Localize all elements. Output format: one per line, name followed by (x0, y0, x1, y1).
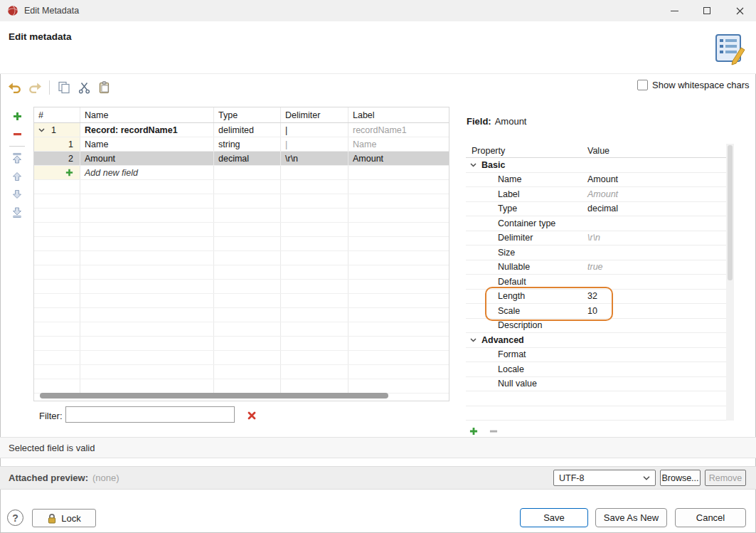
remove-button[interactable]: Remove (705, 470, 746, 486)
property-row-name[interactable]: Name Amount (466, 173, 726, 188)
redo-button[interactable] (26, 78, 44, 97)
horizontal-scrollbar[interactable] (40, 393, 388, 399)
filter-label: Filter: (39, 411, 63, 421)
property-row-container-type[interactable]: Container type (466, 216, 726, 231)
column-header-num: # (34, 107, 80, 122)
property-name: Name (466, 174, 582, 184)
show-whitespace-checkbox[interactable]: Show whitespace chars (637, 80, 750, 90)
field-delimiter-cell[interactable]: \r\n (281, 152, 348, 165)
property-row-description[interactable]: Description (466, 319, 726, 334)
field-type-cell[interactable]: decimal (214, 152, 281, 165)
chevron-down-icon (470, 338, 477, 342)
add-property-button[interactable] (467, 426, 480, 437)
property-row-scale[interactable]: Scale 10 (466, 304, 726, 319)
property-row-format[interactable]: Format (466, 348, 726, 363)
add-field-label[interactable]: Add new field (80, 166, 214, 179)
empty-row (34, 223, 449, 237)
record-delimiter-cell[interactable]: | (281, 123, 348, 137)
property-row-null-value[interactable]: Null value (466, 377, 726, 392)
move-top-button[interactable] (9, 151, 26, 167)
record-name-cell[interactable]: Record: recordName1 (80, 123, 214, 137)
field-delimiter-cell[interactable]: | (281, 137, 348, 151)
field-name-cell[interactable]: Amount (80, 152, 214, 165)
property-name: Container type (466, 218, 582, 228)
row-number[interactable]: 1 (34, 137, 80, 151)
property-row-locale[interactable]: Locale (466, 362, 726, 377)
metadata-edit-icon (713, 33, 746, 68)
browse-button[interactable]: Browse... (660, 470, 701, 486)
help-button[interactable]: ? (7, 510, 23, 526)
field-name-cell[interactable]: Name (80, 137, 214, 151)
add-field-cell[interactable] (34, 166, 80, 179)
empty-cell (348, 223, 449, 236)
paste-button[interactable] (95, 78, 113, 97)
close-button[interactable] (723, 0, 756, 21)
minimize-button[interactable] (658, 0, 691, 21)
lock-button[interactable]: Lock (32, 509, 96, 527)
property-value[interactable]: 32 (582, 291, 726, 301)
copy-button[interactable] (55, 78, 73, 97)
maximize-button[interactable] (691, 0, 723, 21)
field-type-cell[interactable]: string (214, 137, 281, 151)
record-type-cell[interactable]: delimited (214, 123, 281, 137)
empty-cell (348, 308, 449, 322)
move-down-button[interactable] (9, 186, 26, 202)
empty-cell (34, 237, 80, 250)
property-row-nullable[interactable]: Nullable true (466, 260, 726, 275)
move-up-button[interactable] (9, 169, 26, 184)
scrollbar-thumb[interactable] (728, 145, 733, 280)
record-num-cell[interactable]: 1 (34, 123, 80, 137)
save-button[interactable]: Save (520, 508, 588, 527)
field-label-cell[interactable]: Name (348, 137, 449, 151)
property-name: Scale (466, 306, 582, 316)
move-bottom-button[interactable] (9, 204, 26, 220)
empty-cell (348, 237, 449, 250)
cancel-button[interactable]: Cancel (675, 508, 746, 527)
save-as-new-button[interactable]: Save As New (595, 508, 667, 527)
field-row[interactable]: 1 Name string | Name (34, 137, 449, 152)
empty-cell (348, 294, 449, 307)
add-new-field-row[interactable]: Add new field (34, 166, 449, 180)
property-value[interactable]: decimal (582, 204, 726, 213)
chevron-down-icon (643, 476, 650, 480)
grid-filler (34, 180, 449, 394)
property-value[interactable]: Amount (582, 189, 726, 199)
property-row-label[interactable]: Label Amount (466, 187, 726, 202)
record-row[interactable]: 1 Record: recordName1 delimited | record… (34, 123, 449, 137)
property-row-length[interactable]: Length 32 (466, 290, 726, 305)
chevron-down-icon[interactable] (38, 128, 45, 132)
redo-icon (28, 82, 42, 94)
move-down-icon (11, 189, 23, 200)
property-row-delimiter[interactable]: Delimiter \r\n (466, 231, 726, 246)
group-advanced[interactable]: Advanced (466, 333, 726, 348)
clear-filter-button[interactable] (246, 410, 257, 421)
property-value[interactable]: \r\n (582, 233, 726, 243)
property-value[interactable]: Amount (582, 174, 726, 184)
remove-property-button[interactable] (487, 426, 500, 437)
cut-button[interactable] (75, 78, 93, 97)
empty-cell (281, 308, 348, 322)
group-label: Basic (481, 160, 505, 170)
column-header-label: Label (348, 107, 449, 122)
empty-cell (281, 322, 348, 336)
filter-input[interactable] (65, 406, 235, 423)
remove-field-button[interactable] (9, 126, 26, 142)
property-value[interactable]: 10 (582, 306, 726, 316)
property-row-type[interactable]: Type decimal (466, 202, 726, 217)
copy-icon (58, 81, 70, 94)
group-basic[interactable]: Basic (466, 158, 726, 173)
record-label-cell[interactable]: recordName1 (348, 123, 449, 137)
field-label-cell[interactable]: Amount (348, 152, 449, 165)
empty-cell (281, 194, 348, 208)
field-row-selected[interactable]: 2 Amount decimal \r\n Amount (34, 152, 449, 166)
encoding-select[interactable]: UTF-8 (553, 470, 656, 486)
property-row-size[interactable]: Size (466, 246, 726, 260)
property-value[interactable]: true (582, 262, 726, 272)
empty-cell (214, 237, 281, 250)
property-row-default[interactable]: Default (466, 275, 726, 290)
add-field-button[interactable] (9, 108, 26, 124)
plus-icon (469, 427, 478, 436)
undo-button[interactable] (6, 78, 24, 97)
row-number[interactable]: 2 (34, 152, 80, 165)
page-title: Edit metadata (9, 31, 72, 42)
